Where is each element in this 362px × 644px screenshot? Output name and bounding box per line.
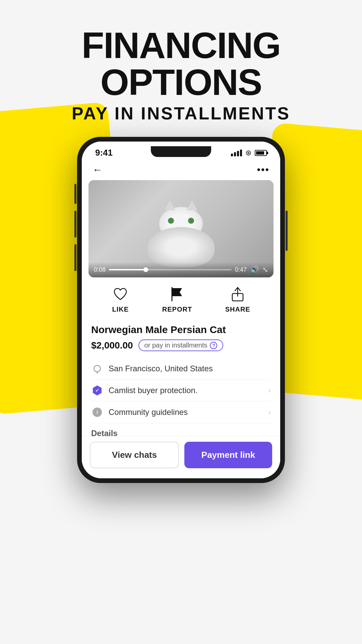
main-title: FINANCING OPTIONS (0, 27, 362, 101)
back-button[interactable]: ← (93, 164, 103, 175)
community-row[interactable]: i Community guidelines › (91, 401, 271, 423)
share-label: SHARE (225, 306, 250, 313)
more-button[interactable]: ••• (257, 164, 269, 175)
chevron-right-icon-2: › (268, 408, 271, 417)
cat-image (137, 207, 225, 267)
video-total-time: 0:47 (235, 266, 247, 273)
video-controls: 0:08 0:47 🔊 ⤡ (88, 262, 274, 277)
action-buttons: LIKE REPORT (82, 277, 280, 319)
phone-frame: 9:41 ⊛ ← ••• (77, 137, 285, 483)
video-current-time: 0:08 (94, 266, 106, 273)
view-chats-button[interactable]: View chats (90, 442, 179, 468)
location-icon (94, 365, 101, 372)
volume-icon[interactable]: 🔊 (250, 265, 259, 274)
status-time: 9:41 (95, 148, 113, 158)
report-button[interactable]: REPORT (162, 285, 192, 313)
phone-button-mute (74, 184, 76, 204)
bottom-bar: View chats Payment link (82, 436, 280, 478)
flag-icon (168, 285, 186, 303)
phone-button-vol-up (74, 211, 76, 237)
status-icons: ⊛ (231, 149, 267, 157)
community-text: Community guidelines (109, 408, 263, 417)
battery-icon (255, 150, 267, 156)
signal-icon (231, 150, 242, 156)
fullscreen-icon[interactable]: ⤡ (262, 266, 268, 274)
wifi-icon: ⊛ (245, 149, 251, 157)
sub-title: PAY IN INSTALLMENTS (0, 103, 362, 123)
community-icon: i (93, 408, 102, 417)
payment-link-button[interactable]: Payment link (184, 442, 272, 468)
location-row: San Francisco, United States (91, 358, 271, 380)
phone-screen: 9:41 ⊛ ← ••• (82, 142, 280, 478)
like-button[interactable]: LIKE (112, 285, 129, 313)
like-label: LIKE (112, 306, 129, 313)
protection-row[interactable]: ✓ Camlist buyer protection. › (91, 380, 271, 401)
video-progress-bar[interactable] (109, 269, 232, 270)
top-heading: FINANCING OPTIONS PAY IN INSTALLMENTS (0, 0, 362, 137)
phone-button-power (286, 211, 288, 251)
chevron-right-icon: › (268, 386, 271, 395)
phone-wrapper: 9:41 ⊛ ← ••• (0, 137, 362, 483)
share-button[interactable]: SHARE (225, 285, 250, 313)
listing-title: Norwegian Male Persian Cat (91, 324, 271, 335)
nav-bar: ← ••• (82, 161, 280, 180)
installments-text: or pay in installments (144, 341, 207, 349)
listing-price-row: $2,000.00 or pay in installments ? (91, 339, 271, 351)
shield-icon: ✓ (93, 385, 102, 395)
video-progress-thumb (143, 267, 148, 272)
phone-button-vol-down (74, 244, 76, 271)
heart-icon (112, 285, 129, 303)
video-progress-fill (109, 269, 146, 270)
video-player[interactable]: 0:08 0:47 🔊 ⤡ (88, 180, 274, 277)
listing-price: $2,000.00 (91, 340, 133, 351)
installments-help-icon[interactable]: ? (210, 342, 217, 349)
location-text: San Francisco, United States (109, 364, 271, 373)
phone-notch (151, 146, 211, 157)
installments-badge[interactable]: or pay in installments ? (138, 339, 224, 351)
report-label: REPORT (162, 306, 192, 313)
protection-text: Camlist buyer protection. (109, 386, 263, 395)
share-icon (229, 285, 246, 303)
